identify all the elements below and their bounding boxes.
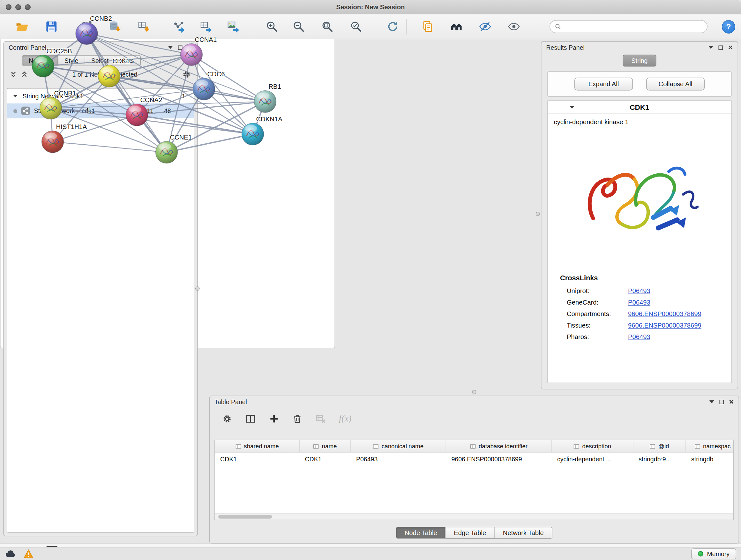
crosslink-link-pharos[interactable]: P06493	[628, 333, 650, 341]
collapse-all-button[interactable]: Collapse All	[646, 78, 704, 91]
panel-menu-icon[interactable]	[709, 46, 713, 49]
table-panel-title: Table Panel	[214, 398, 247, 406]
table-cell-shared-name[interactable]: CDK1	[215, 453, 300, 466]
crosslink-row: Uniprot:P06493	[567, 287, 731, 295]
node-CCNB2[interactable]	[76, 23, 98, 45]
edge-CCNB2-CCNA1[interactable]	[87, 34, 192, 55]
bottom-splitter-handle[interactable]	[472, 390, 476, 394]
tab-network-table[interactable]: Network Table	[495, 527, 552, 539]
memory-button[interactable]: Memory	[691, 548, 736, 559]
crosslink-link-genecard[interactable]: P06493	[628, 299, 650, 306]
protein-details-section: CDK1 cyclin-dependent kinase 1	[547, 100, 732, 383]
toolbar-separator	[407, 19, 407, 34]
table-row[interactable]: CDK1CDK1P064939606.ENSP00000378699cyclin…	[215, 453, 734, 466]
home-button[interactable]	[447, 17, 465, 37]
status-bar: Memory	[0, 547, 741, 560]
results-panel-header: Results Panel	[542, 42, 738, 53]
node-label-CCNB1: CCNB1	[54, 90, 76, 97]
table-cell-database-identifier[interactable]: 9606.ENSP00000378699	[446, 453, 552, 466]
tab-node-table[interactable]: Node Table	[396, 527, 446, 539]
table-header-row: shared namenamecanonical namedatabase id…	[215, 440, 734, 453]
crosslink-link-uniprot[interactable]: P06493	[628, 287, 650, 295]
table-cell-description[interactable]: cyclin-dependent ...	[552, 453, 633, 466]
tab-string[interactable]: String	[623, 55, 657, 67]
refresh-view-button[interactable]	[384, 17, 402, 37]
crosslink-link-tissues[interactable]: 9606.ENSP00000378699	[628, 322, 701, 329]
expand-all-button[interactable]: Expand All	[575, 78, 633, 91]
expand-collapse-box: Expand All Collapse All	[547, 71, 732, 97]
show-hidden-button[interactable]	[504, 17, 523, 37]
left-splitter-handle[interactable]	[195, 287, 200, 291]
float-panel-icon[interactable]	[720, 400, 724, 404]
node-CCNE1[interactable]	[156, 141, 178, 164]
node-label-CDKN1A: CDKN1A	[256, 116, 283, 123]
hide-selected-button[interactable]	[476, 17, 494, 37]
show-columns-icon[interactable]	[246, 414, 256, 424]
horizontal-scrollbar[interactable]	[215, 513, 734, 520]
edge-HIST1H1A-CCNE1[interactable]	[53, 142, 166, 152]
protein-description: cyclin-dependent kinase 1	[548, 114, 731, 125]
node-CDC6[interactable]	[193, 78, 215, 100]
delete-column-trash-icon[interactable]	[293, 414, 302, 423]
right-splitter-handle[interactable]	[536, 212, 540, 216]
node-label-CCNE1: CCNE1	[170, 134, 192, 141]
table-cell-id[interactable]: stringdb:9...	[633, 453, 686, 466]
column-header-database-identifier[interactable]: database identifier	[446, 440, 552, 452]
node-CDC25B[interactable]	[32, 55, 54, 77]
crosslink-row: Tissues:9606.ENSP00000378699	[567, 322, 731, 329]
node-CCNA1[interactable]	[181, 44, 203, 66]
table-panel-header: Table Panel	[210, 396, 739, 408]
document-copy-icon	[421, 20, 434, 33]
table-cell-name[interactable]: CDK1	[300, 453, 351, 466]
help-button[interactable]: ?	[722, 20, 735, 33]
node-label-HIST1H1A: HIST1H1A	[56, 123, 87, 130]
node-HIST1H1A[interactable]	[42, 131, 64, 153]
node-CCNB1[interactable]	[40, 98, 62, 119]
collapse-section-icon[interactable]	[569, 106, 575, 109]
node-CCNA2[interactable]	[126, 104, 148, 126]
crosslink-row: Compartments:9606.ENSP00000378699	[567, 310, 731, 318]
column-header-namespac[interactable]: namespac	[686, 440, 734, 452]
protein-gene-name: CDK1	[630, 103, 649, 111]
tab-edge-table[interactable]: Edge Table	[446, 527, 495, 539]
column-header-id[interactable]: @id	[633, 440, 686, 452]
node-label-CDC6: CDC6	[207, 71, 225, 78]
search-icon	[555, 23, 561, 30]
eye-icon	[507, 20, 520, 33]
search-input[interactable]	[564, 23, 702, 30]
add-column-icon[interactable]	[269, 414, 279, 424]
network-canvas[interactable]: CCNB2CCNA1CDC25BCDK1CDC6RB1CCNB1CCNA2CDK…	[0, 0, 335, 331]
crosslink-label-genecard: GeneCard:	[567, 299, 628, 306]
scrollbar-thumb[interactable]	[218, 515, 272, 519]
float-panel-icon[interactable]	[719, 45, 723, 50]
refresh-icon	[386, 20, 399, 33]
protein-section-header[interactable]: CDK1	[548, 101, 731, 114]
column-header-description[interactable]: description	[552, 440, 633, 452]
node-RB1[interactable]	[254, 91, 276, 113]
table-panel: Table Panel f(x)	[209, 395, 739, 544]
table-cell-namespac[interactable]: stringdb	[686, 453, 734, 466]
warnings-button[interactable]	[23, 549, 34, 558]
crosslink-row: GeneCard:P06493	[567, 299, 731, 306]
close-panel-icon[interactable]	[729, 399, 734, 404]
application-window: Session: New Session	[0, 0, 741, 560]
table-cell-canonical-name[interactable]: P06493	[351, 453, 447, 466]
column-header-canonical-name[interactable]: canonical name	[351, 440, 447, 452]
table-settings-gear-icon[interactable]	[222, 414, 232, 424]
node-CDK1[interactable]	[98, 65, 120, 87]
panel-menu-icon[interactable]	[710, 400, 714, 403]
column-header-name[interactable]: name	[300, 440, 351, 452]
node-CDKN1A[interactable]	[242, 123, 264, 145]
crosslink-link-compartments[interactable]: 9606.ENSP00000378699	[628, 310, 701, 318]
search-box	[549, 20, 708, 33]
cloud-status-button[interactable]	[5, 550, 16, 558]
crosslink-row: Pharos:P06493	[567, 333, 731, 341]
warning-icon	[23, 549, 34, 558]
memory-label: Memory	[707, 550, 730, 557]
zoom-selected-button[interactable]	[347, 17, 365, 37]
edge-CCNB2-CCNE1[interactable]	[87, 34, 167, 152]
column-header-shared-name[interactable]: shared name	[215, 440, 300, 452]
close-panel-icon[interactable]	[728, 45, 733, 50]
memory-status-dot	[698, 551, 703, 557]
copy-document-button[interactable]	[418, 17, 436, 37]
